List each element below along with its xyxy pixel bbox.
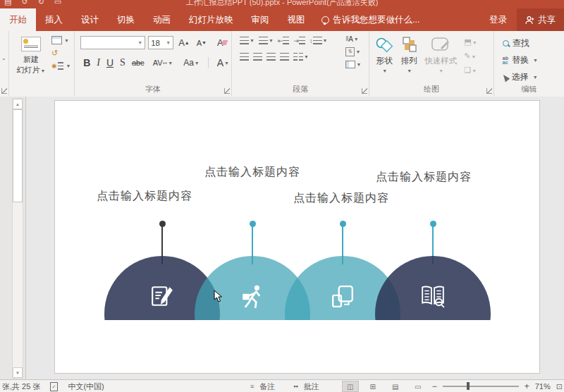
reset-slide-button[interactable]: ↺: [51, 49, 70, 58]
title-text-4[interactable]: 点击输入标题内容: [376, 170, 472, 185]
font-size-combobox[interactable]: 18▼: [148, 36, 173, 49]
font-dialog-launcher[interactable]: [224, 88, 230, 94]
tab-slideshow[interactable]: 幻灯片放映: [180, 8, 243, 31]
slideshow-view-icon: ▭: [415, 383, 421, 391]
slide-canvas[interactable]: 点击输入标题内容 点击输入标题内容 点击输入标题内容 点击输入标题内容: [54, 100, 540, 374]
quick-styles-icon: [431, 37, 450, 54]
dropdown-arrow-icon: ▼: [250, 38, 255, 43]
convert-smartart-button[interactable]: ▼: [345, 61, 361, 68]
devices-icon: [331, 284, 355, 308]
numbering-button[interactable]: ▼: [259, 37, 274, 44]
scroll-down-button[interactable]: ▼: [13, 367, 23, 378]
tab-animations[interactable]: 动画: [144, 8, 180, 31]
replace-label: 替换: [512, 54, 529, 66]
drawing-group-label: 绘图: [369, 84, 494, 94]
select-button[interactable]: 选择▼: [503, 71, 564, 83]
paste-icon[interactable]: ⌄: [1, 55, 6, 61]
scroll-up-button[interactable]: ▲: [13, 99, 23, 109]
group-slides: 新建 幻灯片▼ ▼ ↺ ✱▼: [9, 31, 75, 96]
title-text-1[interactable]: 点击输入标题内容: [97, 189, 192, 204]
ribbon-tab-bar: 开始 插入 设计 切换 动画 幻灯片放映 审阅 视图 告诉我您想要做什么... …: [0, 8, 564, 31]
notes-button[interactable]: 备注: [259, 381, 275, 392]
fit-to-window-icon[interactable]: ⊡: [556, 382, 563, 391]
zoom-in-button[interactable]: +: [525, 381, 529, 391]
tab-view[interactable]: 视图: [278, 8, 314, 31]
align-right-button[interactable]: [266, 53, 276, 61]
text-direction-button[interactable]: ⫴A▼: [345, 35, 358, 43]
shape-fill-button[interactable]: ⬒▼: [464, 37, 477, 47]
replace-button[interactable]: abac替换▼: [503, 54, 564, 66]
clipboard-dialog-launcher[interactable]: [1, 88, 7, 94]
shadow-button[interactable]: S: [120, 57, 125, 68]
shape-outline-button[interactable]: ✎▼: [464, 51, 477, 61]
tab-home[interactable]: 开始: [0, 8, 36, 31]
dropdown-arrow-icon: ▼: [64, 38, 69, 43]
increase-indent-button[interactable]: ⇥: [293, 37, 305, 44]
drawing-dialog-launcher[interactable]: [486, 88, 492, 94]
decrease-indent-button[interactable]: ⇤: [278, 37, 290, 44]
zoom-slider[interactable]: [443, 386, 519, 387]
tab-transitions[interactable]: 切换: [108, 8, 144, 31]
find-button[interactable]: 查找: [503, 37, 564, 49]
align-text-button[interactable]: ⇅▼: [345, 47, 360, 56]
spacing-letters: AV: [153, 59, 163, 67]
dropdown-arrow-icon: ▼: [439, 68, 443, 73]
layout-button[interactable]: ▼: [51, 36, 70, 44]
tab-design[interactable]: 设计: [72, 8, 108, 31]
clear-formatting-button[interactable]: A: [217, 37, 227, 48]
dome-shapes-group[interactable]: [104, 256, 491, 320]
grow-font-button[interactable]: A▲: [178, 37, 190, 48]
slide-thumbnail-panel[interactable]: ▲ ▼: [0, 97, 26, 379]
character-spacing-button[interactable]: AV⇿▼: [153, 59, 173, 67]
title-text-2[interactable]: 点击输入标题内容: [204, 165, 300, 180]
paragraph-group-label: 段落: [232, 84, 369, 94]
slide-sorter-view-button[interactable]: ⊞: [364, 381, 381, 392]
tab-insert[interactable]: 插入: [36, 8, 72, 31]
fill-icon: ⬒: [464, 37, 471, 46]
bold-button[interactable]: B: [83, 57, 90, 68]
editing-group-label: 编辑: [494, 84, 564, 94]
zoom-slider-thumb[interactable]: [467, 382, 470, 390]
paragraph-dialog-launcher[interactable]: [362, 88, 367, 94]
thumbnail-scrollbar[interactable]: ▲ ▼: [12, 98, 23, 379]
share-button[interactable]: 共享: [517, 8, 564, 31]
italic-button[interactable]: I: [97, 57, 100, 68]
normal-view-button[interactable]: ◫: [342, 381, 359, 392]
title-text-3[interactable]: 点击输入标题内容: [293, 191, 389, 206]
strikethrough-button[interactable]: abc: [132, 59, 145, 67]
font-name-combobox[interactable]: ▼: [80, 36, 145, 49]
numbering-icon: [259, 37, 268, 44]
comments-button[interactable]: 批注: [304, 381, 319, 392]
justify-icon: [280, 53, 289, 61]
tab-review[interactable]: 审阅: [243, 8, 278, 31]
underline-button[interactable]: U: [106, 57, 114, 68]
shrink-font-button[interactable]: A▼: [197, 39, 207, 47]
direction-letter: A: [348, 35, 353, 43]
spellcheck-icon[interactable]: [50, 382, 58, 391]
zoom-level[interactable]: 71%: [535, 382, 551, 391]
align-left-icon: [240, 53, 249, 61]
font-color-button[interactable]: A▼: [217, 57, 229, 68]
reading-view-button[interactable]: ▤: [387, 381, 404, 392]
zoom-out-button[interactable]: −: [432, 381, 437, 391]
select-cursor-icon: [501, 73, 510, 82]
slideshow-view-button[interactable]: ▭: [410, 381, 427, 392]
scrollbar-thumb[interactable]: [13, 109, 23, 202]
columns-button[interactable]: ▼: [293, 53, 309, 61]
change-case-button[interactable]: Aa▼: [183, 58, 200, 68]
font-group-label: 字体: [75, 84, 231, 94]
section-button[interactable]: ✱▼: [51, 62, 70, 70]
line-spacing-button[interactable]: ↕▼: [309, 37, 327, 44]
slide-number-status[interactable]: 张,共 25 张: [2, 381, 40, 392]
align-center-button[interactable]: [253, 53, 262, 61]
language-status[interactable]: 中文(中国): [68, 381, 104, 392]
tell-me-box[interactable]: 告诉我您想要做什么...: [314, 8, 427, 31]
bullets-button[interactable]: ▼: [240, 37, 255, 44]
sign-in-button[interactable]: 登录: [479, 8, 517, 31]
shape-effects-button[interactable]: ❏▼: [464, 66, 477, 75]
new-slide-button[interactable]: 新建 幻灯片▼: [15, 31, 47, 96]
dropdown-arrow-icon: ▼: [355, 49, 360, 54]
align-left-button[interactable]: [240, 53, 249, 61]
justify-button[interactable]: [280, 53, 289, 61]
group-editing: 查找 abac替换▼ 选择▼ 编辑: [494, 31, 564, 96]
